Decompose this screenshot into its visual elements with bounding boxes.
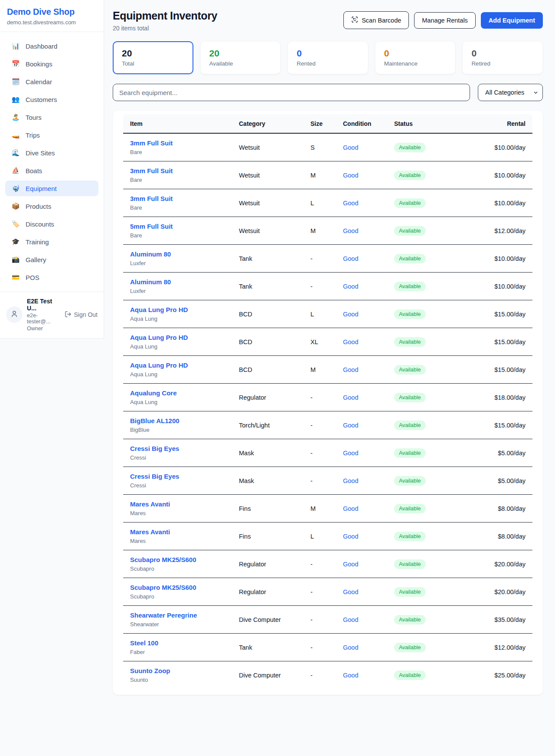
status-badge: Available: [394, 143, 426, 152]
person-icon: [10, 310, 18, 319]
stat-card-total[interactable]: 20 Total: [113, 41, 193, 74]
stat-card-rented[interactable]: 0 Rented: [287, 41, 368, 74]
category-select[interactable]: All Categories: [478, 84, 543, 101]
condition-link[interactable]: Good: [343, 644, 358, 651]
sidebar-item-bookings[interactable]: 📅 Bookings: [5, 56, 98, 72]
condition-link[interactable]: Good: [343, 311, 358, 318]
item-brand: Scubapro: [130, 565, 225, 572]
sidebar-item-products[interactable]: 📦 Products: [5, 198, 98, 214]
rental-cell: $15.00/day: [454, 356, 532, 384]
item-name-link[interactable]: Cressi Big Eyes: [130, 445, 179, 452]
item-name-link[interactable]: Aluminum 80: [130, 278, 171, 286]
status-badge: Available: [394, 476, 426, 486]
condition-cell: Good: [336, 495, 387, 523]
sidebar-item-training[interactable]: 🎓 Training: [5, 234, 98, 250]
size-cell: -: [304, 439, 336, 467]
table-row: 5mm Full Suit Bare Wetsuit M Good Availa…: [123, 217, 532, 245]
size-cell: -: [304, 550, 336, 578]
scan-barcode-button[interactable]: Scan Barcode: [343, 11, 409, 29]
sidebar-item-equipment[interactable]: 🤿 Equipment: [5, 181, 98, 196]
item-brand: Bare: [130, 149, 225, 155]
item-name-link[interactable]: Mares Avanti: [130, 528, 170, 536]
table-row: Aqualung Core Aqua Lung Regulator - Good…: [123, 384, 532, 411]
condition-link[interactable]: Good: [343, 227, 358, 234]
condition-link[interactable]: Good: [343, 450, 358, 457]
stat-label: Maintenance: [384, 60, 447, 67]
item-name-link[interactable]: Cressi Big Eyes: [130, 473, 179, 480]
gallery-icon: 📸: [11, 256, 20, 263]
condition-link[interactable]: Good: [343, 366, 358, 373]
item-name-link[interactable]: 3mm Full Suit: [130, 195, 173, 202]
rental-cell: $15.00/day: [454, 300, 532, 328]
sidebar-item-gallery[interactable]: 📸 Gallery: [5, 252, 98, 267]
condition-link[interactable]: Good: [343, 477, 358, 484]
item-name-link[interactable]: 3mm Full Suit: [130, 167, 173, 174]
item-cell: Cressi Big Eyes Cressi: [123, 439, 232, 467]
item-brand: Luxfer: [130, 288, 225, 294]
item-name-link[interactable]: Aqua Lung Pro HD: [130, 334, 188, 341]
condition-link[interactable]: Good: [343, 200, 358, 207]
sidebar-item-label: Dashboard: [26, 43, 57, 50]
sidebar-item-calendar[interactable]: 🗓️ Calendar: [5, 74, 98, 89]
condition-link[interactable]: Good: [343, 561, 358, 568]
condition-link[interactable]: Good: [343, 588, 358, 595]
item-name-link[interactable]: Suunto Zoop: [130, 667, 170, 674]
table-row: Steel 100 Faber Tank - Good Available $1…: [123, 634, 532, 661]
condition-cell: Good: [336, 550, 387, 578]
status-badge: Available: [394, 337, 426, 347]
condition-link[interactable]: Good: [343, 616, 358, 623]
manage-rentals-button[interactable]: Manage Rentals: [414, 12, 476, 29]
stat-card-available[interactable]: 20 Available: [200, 41, 281, 74]
rental-cell: $8.00/day: [454, 523, 532, 550]
sidebar-item-dashboard[interactable]: 📊 Dashboard: [5, 38, 98, 54]
condition-link[interactable]: Good: [343, 339, 358, 345]
condition-link[interactable]: Good: [343, 422, 358, 429]
header-actions: Scan Barcode Manage Rentals Add Equipmen…: [343, 11, 543, 29]
condition-link[interactable]: Good: [343, 255, 358, 262]
item-name-link[interactable]: 3mm Full Suit: [130, 139, 173, 147]
condition-link[interactable]: Good: [343, 283, 358, 290]
status-badge: Available: [394, 198, 426, 208]
condition-link[interactable]: Good: [343, 172, 358, 179]
item-name-link[interactable]: Aqua Lung Pro HD: [130, 306, 188, 313]
item-name-link[interactable]: Aqua Lung Pro HD: [130, 362, 188, 369]
sidebar-item-dive-sites[interactable]: 🌊 Dive Sites: [5, 145, 98, 161]
stat-card-retired[interactable]: 0 Retired: [462, 41, 543, 74]
condition-link[interactable]: Good: [343, 144, 358, 151]
sidebar-item-tours[interactable]: 🏝️ Tours: [5, 109, 98, 125]
condition-link[interactable]: Good: [343, 533, 358, 540]
item-name-link[interactable]: Shearwater Peregrine: [130, 611, 197, 619]
category-cell: Tank: [232, 245, 304, 273]
item-name-link[interactable]: Aluminum 80: [130, 250, 171, 258]
sidebar-item-boats[interactable]: ⛵ Boats: [5, 163, 98, 178]
stat-value: 0: [384, 48, 447, 59]
item-cell: Suunto Zoop Suunto: [123, 661, 232, 689]
status-badge: Available: [394, 448, 426, 458]
item-name-link[interactable]: Mares Avanti: [130, 500, 170, 508]
sidebar-item-pos[interactable]: 💳 POS: [5, 270, 98, 285]
item-name-link[interactable]: Steel 100: [130, 639, 158, 647]
sign-out-button[interactable]: Sign Out: [65, 311, 98, 319]
sidebar-item-customers[interactable]: 👥 Customers: [5, 92, 98, 107]
search-input[interactable]: [113, 84, 470, 101]
item-name-link[interactable]: Aqualung Core: [130, 389, 177, 397]
item-name-link[interactable]: Scubapro MK25/S600: [130, 584, 196, 591]
condition-link[interactable]: Good: [343, 505, 358, 512]
stats-row: 20 Total 20 Available 0 Rented 0 Mainten…: [113, 41, 543, 74]
sidebar-item-trips[interactable]: 🚤 Trips: [5, 127, 98, 143]
condition-link[interactable]: Good: [343, 672, 358, 679]
status-cell: Available: [387, 133, 454, 161]
item-name-link[interactable]: Scubapro MK25/S600: [130, 556, 196, 563]
category-cell: Regulator: [232, 384, 304, 411]
item-name-link[interactable]: BigBlue AL1200: [130, 417, 180, 424]
category-cell: Regulator: [232, 550, 304, 578]
boats-icon: ⛵: [11, 167, 20, 174]
condition-link[interactable]: Good: [343, 394, 358, 401]
item-name-link[interactable]: 5mm Full Suit: [130, 223, 173, 230]
rental-cell: $10.00/day: [454, 161, 532, 189]
add-equipment-button[interactable]: Add Equipment: [481, 12, 543, 29]
sidebar-item-discounts[interactable]: 🏷️ Discounts: [5, 216, 98, 232]
stat-card-maintenance[interactable]: 0 Maintenance: [375, 41, 456, 74]
column-header-rental: Rental: [454, 114, 532, 133]
size-cell: -: [304, 634, 336, 661]
